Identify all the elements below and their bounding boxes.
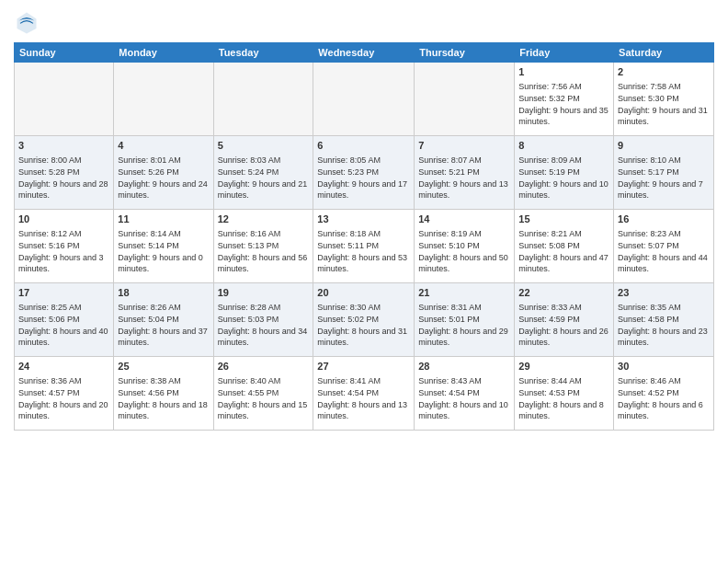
cell-content: Sunset: 4:56 PM bbox=[118, 387, 209, 399]
day-number: 25 bbox=[118, 360, 209, 373]
cell-content: Sunset: 5:08 PM bbox=[518, 240, 609, 252]
cell-content: Daylight: 8 hours and 15 minutes. bbox=[218, 399, 310, 422]
calendar-cell: 23Sunrise: 8:35 AMSunset: 4:58 PMDayligh… bbox=[614, 283, 714, 357]
day-number: 15 bbox=[518, 213, 609, 226]
calendar-cell bbox=[15, 63, 114, 136]
cell-content: Daylight: 8 hours and 13 minutes. bbox=[317, 399, 410, 422]
cell-content: Sunset: 5:17 PM bbox=[618, 167, 710, 178]
calendar-cell: 30Sunrise: 8:46 AMSunset: 4:52 PMDayligh… bbox=[614, 357, 714, 431]
cell-content: Sunset: 5:14 PM bbox=[118, 240, 209, 252]
cell-content: Daylight: 8 hours and 37 minutes. bbox=[118, 326, 209, 349]
calendar-cell: 27Sunrise: 8:41 AMSunset: 4:54 PMDayligh… bbox=[313, 357, 415, 431]
day-number: 13 bbox=[317, 213, 410, 226]
cell-content: Sunrise: 8:01 AM bbox=[118, 155, 209, 167]
calendar-header-sunday: Sunday bbox=[15, 43, 114, 63]
cell-content: Daylight: 9 hours and 10 minutes. bbox=[518, 178, 609, 201]
cell-content: Sunset: 5:16 PM bbox=[18, 240, 109, 252]
calendar-cell bbox=[213, 63, 313, 136]
cell-content: Sunset: 5:11 PM bbox=[317, 240, 410, 252]
day-number: 30 bbox=[618, 360, 710, 373]
calendar-week-row: 1Sunrise: 7:56 AMSunset: 5:32 PMDaylight… bbox=[15, 63, 714, 136]
calendar-cell: 9Sunrise: 8:10 AMSunset: 5:17 PMDaylight… bbox=[614, 136, 714, 210]
day-number: 27 bbox=[317, 360, 410, 373]
day-number: 24 bbox=[18, 360, 109, 373]
cell-content: Daylight: 8 hours and 6 minutes. bbox=[618, 399, 710, 422]
calendar-cell: 8Sunrise: 8:09 AMSunset: 5:19 PMDaylight… bbox=[515, 136, 614, 210]
calendar-header-tuesday: Tuesday bbox=[213, 43, 313, 63]
cell-content: Sunrise: 8:43 AM bbox=[418, 375, 510, 387]
cell-content: Sunset: 4:53 PM bbox=[518, 387, 609, 399]
calendar-header-monday: Monday bbox=[114, 43, 213, 63]
day-number: 12 bbox=[218, 213, 310, 226]
calendar-cell: 7Sunrise: 8:07 AMSunset: 5:21 PMDaylight… bbox=[415, 136, 515, 210]
day-number: 14 bbox=[418, 213, 510, 226]
cell-content: Daylight: 9 hours and 28 minutes. bbox=[18, 178, 109, 201]
calendar-cell: 5Sunrise: 8:03 AMSunset: 5:24 PMDaylight… bbox=[213, 136, 313, 210]
day-number: 2 bbox=[618, 65, 710, 79]
cell-content: Daylight: 8 hours and 34 minutes. bbox=[218, 326, 310, 349]
cell-content: Daylight: 8 hours and 53 minutes. bbox=[317, 252, 410, 275]
cell-content: Sunrise: 7:58 AM bbox=[618, 81, 710, 93]
cell-content: Sunrise: 8:16 AM bbox=[218, 228, 310, 240]
calendar-cell bbox=[114, 63, 213, 136]
calendar-cell: 22Sunrise: 8:33 AMSunset: 4:59 PMDayligh… bbox=[515, 283, 614, 357]
calendar-cell: 1Sunrise: 7:56 AMSunset: 5:32 PMDaylight… bbox=[515, 63, 614, 136]
day-number: 18 bbox=[118, 286, 209, 300]
day-number: 26 bbox=[218, 360, 310, 373]
cell-content: Sunrise: 8:25 AM bbox=[18, 302, 109, 314]
calendar-cell: 11Sunrise: 8:14 AMSunset: 5:14 PMDayligh… bbox=[114, 210, 213, 283]
cell-content: Sunrise: 8:35 AM bbox=[618, 302, 710, 314]
cell-content: Sunset: 4:55 PM bbox=[218, 387, 310, 399]
cell-content: Sunset: 5:24 PM bbox=[218, 167, 310, 178]
calendar-week-row: 10Sunrise: 8:12 AMSunset: 5:16 PMDayligh… bbox=[15, 210, 714, 283]
cell-content: Sunrise: 7:56 AM bbox=[518, 81, 609, 93]
day-number: 5 bbox=[218, 139, 310, 153]
calendar-cell: 4Sunrise: 8:01 AMSunset: 5:26 PMDaylight… bbox=[114, 136, 213, 210]
calendar-cell: 13Sunrise: 8:18 AMSunset: 5:11 PMDayligh… bbox=[313, 210, 415, 283]
cell-content: Daylight: 9 hours and 21 minutes. bbox=[218, 178, 310, 201]
cell-content: Sunset: 5:06 PM bbox=[18, 314, 109, 326]
calendar-cell: 2Sunrise: 7:58 AMSunset: 5:30 PMDaylight… bbox=[614, 63, 714, 136]
day-number: 3 bbox=[18, 139, 109, 153]
calendar-header-saturday: Saturday bbox=[614, 43, 714, 63]
cell-content: Sunset: 5:21 PM bbox=[418, 167, 510, 178]
calendar-week-row: 24Sunrise: 8:36 AMSunset: 4:57 PMDayligh… bbox=[15, 357, 714, 431]
cell-content: Daylight: 8 hours and 29 minutes. bbox=[418, 326, 510, 349]
cell-content: Sunrise: 8:18 AM bbox=[317, 228, 410, 240]
logo bbox=[14, 9, 41, 35]
cell-content: Sunrise: 8:31 AM bbox=[418, 302, 510, 314]
cell-content: Sunrise: 8:40 AM bbox=[218, 375, 310, 387]
cell-content: Daylight: 8 hours and 8 minutes. bbox=[518, 399, 609, 422]
day-number: 28 bbox=[418, 360, 510, 373]
cell-content: Daylight: 8 hours and 18 minutes. bbox=[118, 399, 209, 422]
day-number: 11 bbox=[118, 213, 209, 226]
cell-content: Sunset: 5:28 PM bbox=[18, 167, 109, 178]
cell-content: Daylight: 8 hours and 44 minutes. bbox=[618, 252, 710, 275]
day-number: 7 bbox=[418, 139, 510, 153]
cell-content: Sunset: 5:26 PM bbox=[118, 167, 209, 178]
calendar-header-thursday: Thursday bbox=[415, 43, 515, 63]
calendar-header-wednesday: Wednesday bbox=[313, 43, 415, 63]
cell-content: Daylight: 9 hours and 13 minutes. bbox=[418, 178, 510, 201]
svg-marker-0 bbox=[17, 13, 37, 34]
cell-content: Sunrise: 8:38 AM bbox=[118, 375, 209, 387]
day-number: 29 bbox=[518, 360, 609, 373]
cell-content: Sunrise: 8:26 AM bbox=[118, 302, 209, 314]
calendar-cell: 29Sunrise: 8:44 AMSunset: 4:53 PMDayligh… bbox=[515, 357, 614, 431]
cell-content: Sunrise: 8:21 AM bbox=[518, 228, 609, 240]
cell-content: Sunrise: 8:09 AM bbox=[518, 155, 609, 167]
cell-content: Daylight: 8 hours and 47 minutes. bbox=[518, 252, 609, 275]
calendar-cell: 6Sunrise: 8:05 AMSunset: 5:23 PMDaylight… bbox=[313, 136, 415, 210]
cell-content: Daylight: 9 hours and 0 minutes. bbox=[118, 252, 209, 275]
calendar-cell bbox=[415, 63, 515, 136]
cell-content: Sunrise: 8:28 AM bbox=[218, 302, 310, 314]
cell-content: Daylight: 8 hours and 50 minutes. bbox=[418, 252, 510, 275]
cell-content: Sunset: 4:54 PM bbox=[317, 387, 410, 399]
day-number: 17 bbox=[18, 286, 109, 300]
calendar-cell: 24Sunrise: 8:36 AMSunset: 4:57 PMDayligh… bbox=[15, 357, 114, 431]
calendar-cell: 15Sunrise: 8:21 AMSunset: 5:08 PMDayligh… bbox=[515, 210, 614, 283]
calendar-week-row: 3Sunrise: 8:00 AMSunset: 5:28 PMDaylight… bbox=[15, 136, 714, 210]
cell-content: Sunset: 5:04 PM bbox=[118, 314, 209, 326]
cell-content: Sunset: 4:58 PM bbox=[618, 314, 710, 326]
cell-content: Sunrise: 8:07 AM bbox=[418, 155, 510, 167]
